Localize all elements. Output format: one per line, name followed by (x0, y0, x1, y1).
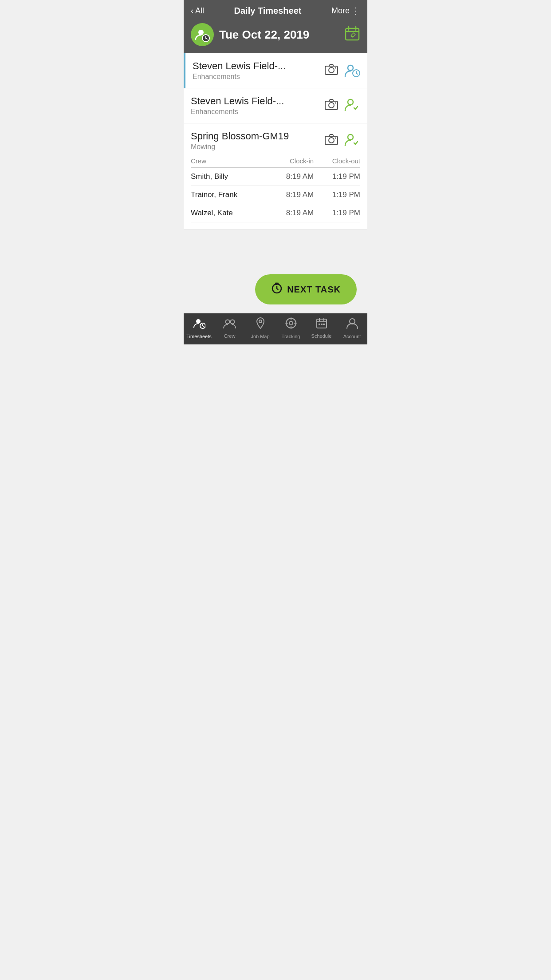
task-actions-2 (325, 96, 360, 115)
app-header: ‹ All Daily Timesheet More ⋮ Tue Oct (184, 0, 367, 53)
clockin-col-header: Clock-in (268, 154, 314, 168)
crew-clockin-2: 8:19 AM (268, 204, 314, 222)
svg-point-10 (335, 67, 336, 68)
crew-icon (223, 317, 236, 332)
completed-icon-3[interactable] (343, 131, 360, 150)
task-header-3[interactable]: Spring Blossom-GM19 Mowing (184, 123, 367, 154)
svg-point-20 (329, 138, 334, 143)
date-text: Tue Oct 22, 2019 (219, 28, 309, 42)
nav-label-jobmap: Job Map (251, 334, 269, 339)
nav-label-tracking: Tracking (282, 334, 300, 339)
svg-rect-45 (319, 324, 320, 325)
task-actions-3 (325, 131, 360, 150)
nav-label-schedule: Schedule (311, 333, 332, 339)
task-item-2[interactable]: Steven Lewis Field-... Enhancements (184, 88, 367, 123)
svg-point-34 (259, 320, 262, 323)
crew-name-0: Smith, Billy (191, 168, 268, 186)
crew-row-0: Smith, Billy 8:19 AM 1:19 PM (191, 168, 360, 186)
bottom-nav: Timesheets Crew Job Map (184, 313, 367, 344)
svg-point-36 (289, 321, 293, 325)
task-info-1: Steven Lewis Field-... Enhancements (193, 60, 325, 81)
task-item-3: Spring Blossom-GM19 Mowing (184, 123, 367, 230)
svg-rect-46 (321, 324, 323, 325)
crew-table-wrapper: Crew Clock-in Clock-out Smith, Billy 8:1… (184, 154, 367, 229)
svg-point-22 (348, 134, 353, 140)
nav-label-crew: Crew (224, 333, 236, 339)
camera-icon-3[interactable] (325, 134, 338, 148)
crew-clockout-1: 1:19 PM (314, 186, 360, 204)
crew-clockin-1: 8:19 AM (268, 186, 314, 204)
nav-item-schedule[interactable]: Schedule (306, 317, 337, 339)
task-type-2: Enhancements (191, 108, 325, 116)
clockout-col-header: Clock-out (314, 154, 360, 168)
svg-line-25 (277, 288, 278, 290)
svg-point-21 (335, 137, 336, 138)
svg-point-16 (329, 103, 334, 108)
nav-bar: ‹ All Daily Timesheet More ⋮ (191, 5, 360, 16)
camera-icon-2[interactable] (325, 99, 338, 113)
schedule-icon (316, 317, 327, 332)
dots-icon: ⋮ (351, 5, 360, 16)
camera-icon-1[interactable] (325, 63, 338, 78)
back-button[interactable]: ‹ All (191, 6, 204, 16)
crew-clockin-0: 8:19 AM (268, 168, 314, 186)
date-left: Tue Oct 22, 2019 (191, 23, 309, 46)
svg-point-9 (329, 67, 334, 73)
crew-clockout-0: 1:19 PM (314, 168, 360, 186)
crew-name-1: Trainor, Frank (191, 186, 268, 204)
completed-icon-2[interactable] (343, 96, 360, 115)
svg-point-28 (196, 319, 201, 324)
account-icon (346, 317, 358, 332)
nav-item-timesheets[interactable]: Timesheets (184, 317, 214, 339)
task-name-3: Spring Blossom-GM19 (191, 130, 325, 142)
svg-point-0 (198, 30, 204, 35)
task-name-1: Steven Lewis Field-... (193, 60, 325, 72)
jobmap-icon (255, 317, 266, 332)
tracking-icon (285, 317, 297, 332)
svg-line-31 (203, 326, 204, 327)
more-label[interactable]: More (331, 6, 350, 16)
svg-point-18 (348, 99, 353, 105)
bottom-area: NEXT TASK (184, 230, 367, 313)
nav-item-account[interactable]: Account (337, 317, 367, 339)
crew-col-header: Crew (191, 154, 268, 168)
task-actions-1 (325, 62, 360, 79)
task-item-1[interactable]: Steven Lewis Field-... Enhancements (184, 53, 367, 88)
svg-point-33 (230, 320, 234, 324)
nav-label-timesheets: Timesheets (186, 334, 211, 339)
calendar-edit-icon[interactable] (344, 25, 360, 44)
user-clock-icon (191, 23, 214, 46)
next-task-button[interactable]: NEXT TASK (255, 274, 357, 304)
in-progress-icon-1[interactable] (343, 62, 360, 79)
task-name-2: Steven Lewis Field-... (191, 95, 325, 107)
nav-label-account: Account (343, 334, 361, 339)
svg-rect-47 (323, 324, 325, 325)
page-title: Daily Timesheet (234, 6, 302, 16)
svg-point-32 (225, 320, 229, 324)
chevron-left-icon: ‹ (191, 6, 193, 16)
next-task-label: NEXT TASK (287, 285, 341, 295)
crew-row-2: Walzel, Kate 8:19 AM 1:19 PM (191, 204, 360, 222)
crew-table: Crew Clock-in Clock-out Smith, Billy 8:1… (191, 154, 360, 222)
task-info-3: Spring Blossom-GM19 Mowing (191, 130, 325, 151)
crew-row-1: Trainor, Frank 8:19 AM 1:19 PM (191, 186, 360, 204)
task-type-1: Enhancements (193, 73, 325, 81)
nav-item-crew[interactable]: Crew (214, 317, 245, 339)
crew-clockout-2: 1:19 PM (314, 204, 360, 222)
timer-icon (271, 282, 283, 296)
task-type-3: Mowing (191, 143, 325, 151)
task-list: Steven Lewis Field-... Enhancements (184, 53, 367, 230)
crew-name-2: Walzel, Kate (191, 204, 268, 222)
nav-item-jobmap[interactable]: Job Map (245, 317, 276, 339)
date-row: Tue Oct 22, 2019 (191, 23, 360, 46)
svg-point-17 (335, 102, 336, 103)
next-task-container: NEXT TASK (184, 265, 367, 313)
svg-point-11 (348, 65, 353, 71)
back-label[interactable]: All (195, 6, 204, 16)
task-info-2: Steven Lewis Field-... Enhancements (191, 95, 325, 116)
more-button[interactable]: More ⋮ (331, 5, 360, 16)
nav-item-tracking[interactable]: Tracking (276, 317, 306, 339)
svg-line-14 (356, 73, 358, 74)
timesheets-icon (193, 317, 205, 332)
